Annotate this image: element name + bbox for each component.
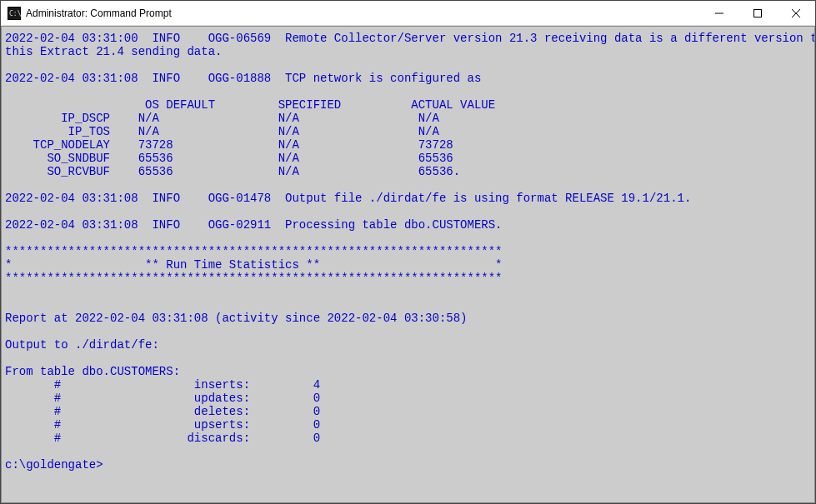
log-line: # deletes: 0 bbox=[5, 405, 320, 418]
close-icon bbox=[792, 9, 800, 17]
log-line: # discards: 0 bbox=[5, 432, 320, 445]
terminal-output: 2022-02-04 03:31:00 INFO OGG-06569 Remot… bbox=[5, 32, 809, 472]
svg-rect-4 bbox=[754, 9, 762, 17]
log-line: IP_DSCP N/A N/A N/A bbox=[5, 112, 439, 125]
log-line: Output to ./dirdat/fe: bbox=[5, 338, 159, 352]
window-title: Administrator: Command Prompt bbox=[26, 7, 172, 19]
log-line: OS DEFAULT SPECIFIED ACTUAL VALUE bbox=[5, 98, 495, 112]
log-line: # inserts: 4 bbox=[5, 378, 320, 392]
log-line: ****************************************… bbox=[5, 245, 503, 258]
terminal-area[interactable]: 2022-02-04 03:31:00 INFO OGG-06569 Remot… bbox=[1, 26, 815, 503]
log-line: TCP_NODELAY 73728 N/A 73728 bbox=[5, 138, 453, 152]
svg-text:C:\: C:\ bbox=[9, 10, 21, 17]
log-line: Report at 2022-02-04 03:31:08 (activity … bbox=[5, 312, 468, 325]
log-line: 2022-02-04 03:31:08 INFO OGG-01478 Outpu… bbox=[5, 192, 691, 205]
log-line: From table dbo.CUSTOMERS: bbox=[5, 365, 180, 378]
log-line: this Extract 21.4 sending data. bbox=[5, 45, 222, 58]
cmd-icon: C:\ bbox=[8, 7, 21, 20]
log-line: 2022-02-04 03:31:08 INFO OGG-01888 TCP n… bbox=[5, 72, 481, 85]
log-line: 2022-02-04 03:31:08 INFO OGG-02911 Proce… bbox=[5, 218, 503, 232]
maximize-button[interactable] bbox=[738, 1, 777, 26]
log-line: SO_RCVBUF 65536 N/A 65536. bbox=[5, 165, 460, 178]
log-line: ****************************************… bbox=[5, 272, 503, 285]
log-line: SO_SNDBUF 65536 N/A 65536 bbox=[5, 152, 453, 165]
log-line: # upserts: 0 bbox=[5, 418, 320, 432]
log-line: IP_TOS N/A N/A N/A bbox=[5, 125, 439, 138]
log-line: * ** Run Time Statistics ** * bbox=[5, 258, 503, 272]
minimize-icon bbox=[715, 9, 723, 17]
log-line: 2022-02-04 03:31:00 INFO OGG-06569 Remot… bbox=[5, 32, 815, 45]
minimize-button[interactable] bbox=[700, 1, 738, 26]
close-button[interactable] bbox=[777, 1, 815, 26]
window-frame: C:\ Administrator: Command Prompt 2022-0… bbox=[0, 0, 816, 504]
log-line: # updates: 0 bbox=[5, 392, 320, 405]
maximize-icon bbox=[753, 9, 762, 17]
prompt-line: c:\goldengate> bbox=[5, 458, 103, 472]
title-bar[interactable]: C:\ Administrator: Command Prompt bbox=[1, 1, 815, 26]
